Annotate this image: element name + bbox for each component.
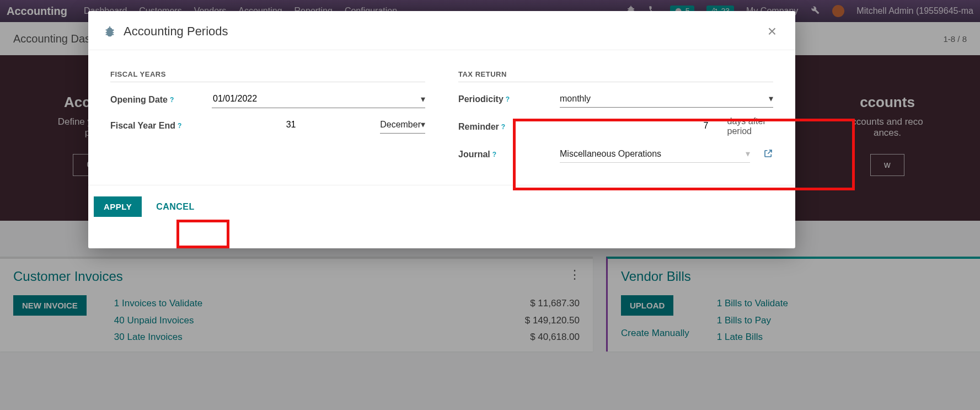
chevron-down-icon[interactable]: ▾ <box>769 93 773 104</box>
help-icon[interactable]: ? <box>506 95 510 103</box>
reminder-input[interactable] <box>560 119 711 134</box>
chevron-down-icon[interactable]: ▾ <box>746 148 750 159</box>
periodicity-label: Periodicity? <box>458 94 552 104</box>
fy-end-month-select[interactable]: December ▾ <box>380 117 425 134</box>
chevron-down-icon[interactable]: ▾ <box>421 119 425 130</box>
journal-select[interactable]: Miscellaneous Operations ▾ <box>560 146 750 163</box>
opening-date-input[interactable] <box>212 93 414 104</box>
help-icon[interactable]: ? <box>178 122 181 130</box>
apply-button[interactable]: APPLY <box>94 196 142 217</box>
section-fiscal-years: FISCAL YEARS <box>110 70 425 82</box>
reminder-label: Reminder? <box>458 122 552 132</box>
bug-icon[interactable] <box>104 25 116 38</box>
periodicity-select[interactable]: monthly ▾ <box>560 91 773 108</box>
external-link-icon[interactable] <box>763 148 773 161</box>
cancel-button[interactable]: CANCEL <box>153 201 198 212</box>
journal-label: Journal? <box>458 150 552 159</box>
fy-end-day-input[interactable] <box>212 118 370 133</box>
help-icon[interactable]: ? <box>170 96 174 104</box>
help-icon[interactable]: ? <box>492 151 496 158</box>
help-icon[interactable]: ? <box>501 123 505 131</box>
modal-title: Accounting Periods <box>124 24 228 39</box>
section-tax-return: TAX RETURN <box>458 70 773 82</box>
opening-date-field[interactable]: ▾ <box>212 91 425 108</box>
reminder-suffix: days after period <box>727 116 774 136</box>
chevron-down-icon[interactable]: ▾ <box>421 94 425 104</box>
opening-date-label: Opening Date? <box>110 95 204 105</box>
fiscal-year-end-label: Fiscal Year End? <box>110 121 204 131</box>
close-icon[interactable]: × <box>764 23 780 40</box>
accounting-periods-modal: Accounting Periods × FISCAL YEARS Openin… <box>88 11 795 248</box>
